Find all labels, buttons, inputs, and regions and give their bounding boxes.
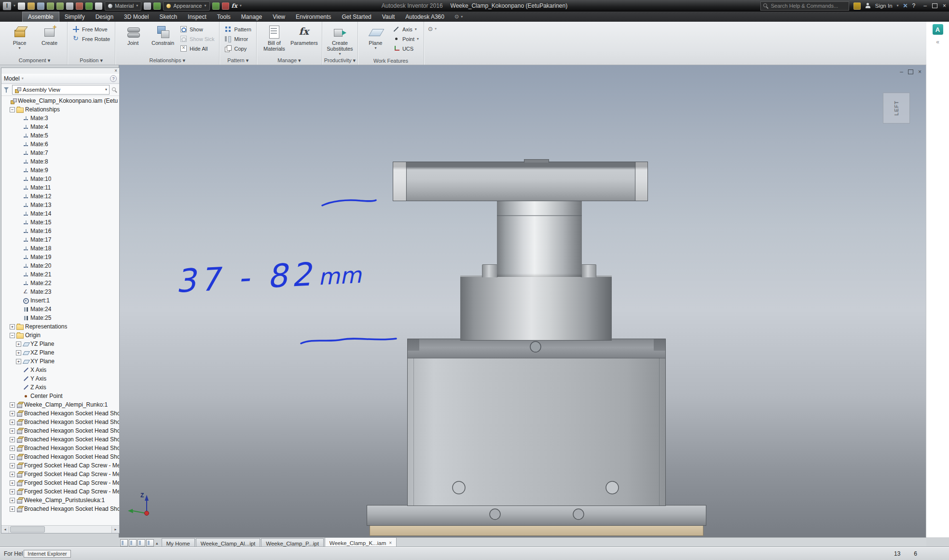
layout-icon[interactable] <box>129 539 137 546</box>
tree-item-center-point[interactable]: Center Point <box>1 392 119 400</box>
plane-button[interactable]: Plane▾ <box>361 23 390 51</box>
model-hole-body-left[interactable] <box>453 481 465 494</box>
doc-close-button[interactable]: × <box>918 68 921 75</box>
doc-restore-button[interactable] <box>908 69 913 74</box>
tree-item-xy-plane[interactable]: +XY Plane <box>1 357 119 366</box>
parameters-button[interactable]: Parameters <box>290 23 318 46</box>
tree-item-mate-16[interactable]: Mate:16 <box>1 227 119 235</box>
ribbon-overflow-button[interactable]: ⊙ ▾ <box>428 26 437 32</box>
view-cube[interactable]: LEFT <box>883 93 910 123</box>
ribbon-group-label-component[interactable]: Component ▾ <box>2 57 67 64</box>
tree-item-broached-hexagon-socket-head-shoulde[interactable]: +Broached Hexagon Socket Head Shoulde <box>1 444 119 452</box>
tabbar-up-caret-icon[interactable]: ▴ <box>156 541 158 546</box>
tree-item-weeke-clamp-puristusleuka-1[interactable]: +Weeke_Clamp_Puristusleuka:1 <box>1 496 119 505</box>
ribbon-tab-autodesk-a360[interactable]: Autodesk A360 <box>400 12 450 22</box>
doc-minimize-button[interactable]: – <box>900 68 903 75</box>
hide-all-button[interactable]: Hide All <box>179 44 216 53</box>
tree-item-mate-8[interactable]: Mate:8 <box>1 157 119 166</box>
tree-item-yz-plane[interactable]: +YZ Plane <box>1 340 119 348</box>
inventor-app-icon[interactable]: I <box>3 2 11 10</box>
tree-item-mate-18[interactable]: Mate:18 <box>1 244 119 253</box>
free-rotate-button[interactable]: Free Rotate <box>71 34 111 43</box>
adjust-icon[interactable] <box>144 2 151 10</box>
expand-toggle[interactable]: − <box>10 107 15 112</box>
viewport-canvas[interactable]: – × LEFT 37 - 82mm <box>119 65 926 537</box>
model-hole-base-right[interactable] <box>573 509 584 519</box>
tree-item-x-axis[interactable]: X Axis <box>1 366 119 374</box>
layout-icon[interactable] <box>120 539 128 546</box>
tree-item-mate-3[interactable]: Mate:3 <box>1 114 119 123</box>
appearance-dropdown[interactable]: Appearance ▾ <box>163 1 209 11</box>
browser-close-button[interactable]: × <box>114 68 117 73</box>
scroll-right-button[interactable]: ▸ <box>111 526 119 533</box>
tree-item-mate-12[interactable]: Mate:12 <box>1 192 119 201</box>
quickbar-overflow-caret-icon[interactable]: ▾ <box>240 4 242 8</box>
print-icon[interactable] <box>66 2 73 10</box>
expand-toggle[interactable]: + <box>16 359 21 364</box>
help-button[interactable]: ? <box>912 2 916 9</box>
ribbon-group-label-position[interactable]: Position ▾ <box>68 57 115 64</box>
maximize-button[interactable] <box>932 3 937 8</box>
place-button[interactable]: Place▾ <box>5 23 34 51</box>
tree-item-mate-14[interactable]: Mate:14 <box>1 209 119 218</box>
view-selector-dropdown[interactable]: Assembly View ▾ <box>12 85 110 95</box>
point-button[interactable]: Point▾ <box>391 34 420 43</box>
tree-item-mate-6[interactable]: Mate:6 <box>1 140 119 149</box>
app-menu-caret-icon[interactable]: ▾ <box>14 4 15 8</box>
tree-item-z-axis[interactable]: Z Axis <box>1 383 119 392</box>
filter-icon[interactable] <box>3 87 10 93</box>
minimize-button[interactable]: – <box>923 2 927 9</box>
ribbon-tab-sketch[interactable]: Sketch <box>154 12 182 22</box>
tree-item-xz-plane[interactable]: +XZ Plane <box>1 348 119 357</box>
ribbon-tab-manage[interactable]: Manage <box>236 12 267 22</box>
browser-horizontal-scrollbar[interactable]: ◂ ▸ <box>1 525 119 533</box>
tree-item-weeke-clamp-alempi-runko-1[interactable]: +Weeke_Clamp_Alempi_Runko:1 <box>1 400 119 409</box>
new-file-icon[interactable] <box>18 2 25 10</box>
tree-item-mate-20[interactable]: Mate:20 <box>1 261 119 270</box>
ribbon-group-label-manage[interactable]: Manage ▾ <box>257 57 322 64</box>
close-button[interactable]: × <box>943 2 946 9</box>
show-sick-button[interactable]: Show Sick <box>179 34 216 43</box>
tree-item-mate-17[interactable]: Mate:17 <box>1 235 119 244</box>
refresh-icon[interactable] <box>212 2 220 10</box>
tree-item-y-axis[interactable]: Y Axis <box>1 374 119 383</box>
doc-tab-close-icon[interactable]: × <box>389 540 392 546</box>
sign-in-button[interactable]: Sign In <box>875 3 893 9</box>
doc-tab-weeke-clamp-p-ipt[interactable]: Weeke_Clamp_P...ipt <box>261 538 324 548</box>
ribbon-group-label-work-features[interactable]: Work Features <box>358 58 424 64</box>
key-icon[interactable] <box>853 2 861 10</box>
tree-item-forged-socket-head-cap-screw-metric-m[interactable]: +Forged Socket Head Cap Screw - Metric M <box>1 470 119 478</box>
show-button[interactable]: Show <box>179 25 216 34</box>
tree-item-mate-25[interactable]: Mate:25 <box>1 314 119 322</box>
doc-tab-weeke-clamp-al-ipt[interactable]: Weeke_Clamp_Al...ipt <box>196 538 261 548</box>
model-hole-base-left[interactable] <box>490 509 500 519</box>
material-dropdown[interactable]: Material ▾ <box>105 1 141 11</box>
scroll-left-button[interactable]: ◂ <box>1 526 9 533</box>
ribbon-group-label-pattern[interactable]: Pattern ▾ <box>220 57 256 64</box>
tree-item-mate-9[interactable]: Mate:9 <box>1 166 119 175</box>
tree-item-broached-hexagon-socket-head-shoulde[interactable]: +Broached Hexagon Socket Head Shoulde <box>1 426 119 435</box>
ribbon-tab-3d-model[interactable]: 3D Model <box>119 12 154 22</box>
tree-item-origin[interactable]: −Origin <box>1 331 119 340</box>
browser-help-icon[interactable]: ? <box>110 75 117 82</box>
tree-item-mate-21[interactable]: Mate:21 <box>1 270 119 279</box>
ribbon-group-label-productivity[interactable]: Productivity ▾ <box>322 57 358 64</box>
a360-status-icon[interactable]: ⊙ <box>454 14 459 20</box>
expand-toggle[interactable]: + <box>16 350 21 355</box>
expand-toggle[interactable]: + <box>10 498 15 503</box>
scrollbar-thumb[interactable] <box>10 526 45 533</box>
expand-toggle[interactable]: + <box>16 341 21 347</box>
tree-item-representations[interactable]: +Representations <box>1 322 119 331</box>
undo-icon[interactable] <box>47 2 54 10</box>
ribbon-tab-tools[interactable]: Tools <box>212 12 236 22</box>
ribbon-tab-vault[interactable]: Vault <box>377 12 400 22</box>
tree-item-weeke-clamp-kokoonpano-iam-eetu[interactable]: Weeke_Clamp_Kokoonpano.iam (Eetu <box>1 96 119 105</box>
tree-item-mate-7[interactable]: Mate:7 <box>1 149 119 157</box>
tree-item-mate-11[interactable]: Mate:11 <box>1 183 119 192</box>
tree-item-mate-15[interactable]: Mate:15 <box>1 218 119 227</box>
ribbon-tab-environments[interactable]: Environments <box>290 12 336 22</box>
tree-item-mate-19[interactable]: Mate:19 <box>1 253 119 261</box>
tree-item-broached-hexagon-socket-head-shoulde[interactable]: +Broached Hexagon Socket Head Shoulde <box>1 409 119 418</box>
layout-icon[interactable] <box>138 539 145 546</box>
tree-item-broached-hexagon-socket-head-shoulde[interactable]: +Broached Hexagon Socket Head Shoulde <box>1 435 119 444</box>
